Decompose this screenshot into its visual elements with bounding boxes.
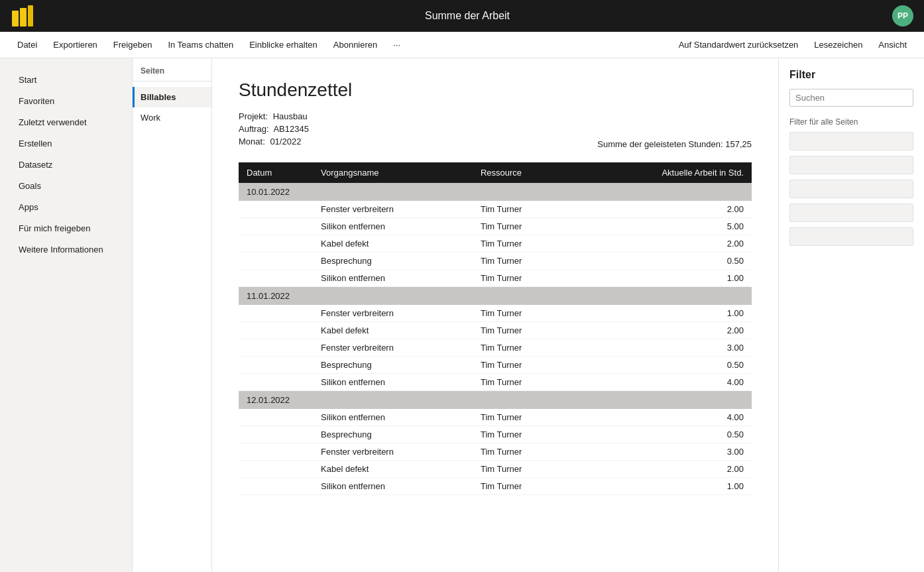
report-meta-block: Projekt: Hausbau Auftrag: AB12345 Monat:… [239, 111, 312, 149]
cell-hours: 2.00 [575, 201, 752, 218]
cell-resource: Tim Turner [473, 339, 575, 357]
cell-datum [239, 478, 313, 495]
menu-exportieren[interactable]: Exportieren [46, 37, 103, 52]
table-row: Silikon entfernenTim Turner4.00 [239, 409, 752, 426]
cell-resource: Tim Turner [473, 305, 575, 322]
menu-ansicht[interactable]: Ansicht [872, 37, 913, 52]
menu-lesezeichen[interactable]: Lesezeichen [807, 37, 869, 52]
cell-task: Fenster verbreitern [313, 305, 473, 322]
cell-hours: 2.00 [575, 322, 752, 339]
filter-slot-3[interactable] [789, 180, 913, 198]
summary-label: Summe der geleisteten Stunden: [597, 139, 722, 149]
cell-datum [239, 426, 313, 443]
cell-task: Silikon entfernen [313, 218, 473, 235]
nav-favoriten[interactable]: Favoriten [5, 91, 127, 111]
table-date-group: 11.01.2022 [239, 287, 752, 306]
cell-task: Kabel defekt [313, 461, 473, 478]
nav-freigeben[interactable]: Für mich freigeben [5, 218, 127, 239]
menu-teams[interactable]: In Teams chatten [161, 37, 240, 52]
table-row: Kabel defektTim Turner2.00 [239, 322, 752, 339]
cell-datum [239, 235, 313, 253]
table-row: BesprechungTim Turner0.50 [239, 426, 752, 443]
cell-hours: 0.50 [575, 426, 752, 443]
cell-task: Fenster verbreitern [313, 201, 473, 218]
cell-resource: Tim Turner [473, 374, 575, 391]
col-ressource: Ressource [473, 162, 575, 183]
cell-hours: 0.50 [575, 253, 752, 270]
nav-goals[interactable]: Goals [5, 176, 127, 196]
table-row: Fenster verbreiternTim Turner3.00 [239, 339, 752, 357]
cell-resource: Tim Turner [473, 201, 575, 218]
cell-hours: 1.00 [575, 478, 752, 495]
cell-task: Besprechung [313, 253, 473, 270]
cell-resource: Tim Turner [473, 357, 575, 374]
cell-resource: Tim Turner [473, 443, 575, 461]
menu-datei[interactable]: Datei [11, 37, 44, 52]
cell-datum [239, 461, 313, 478]
page-billables[interactable]: Billables [133, 87, 211, 107]
cell-datum [239, 374, 313, 391]
nav-apps[interactable]: Apps [5, 197, 127, 217]
table-row: Kabel defektTim Turner2.00 [239, 461, 752, 478]
cell-hours: 3.00 [575, 339, 752, 357]
nav-start[interactable]: Start [5, 70, 127, 90]
nav-datasetz[interactable]: Datasetz [5, 154, 127, 175]
topbar: Summe der Arbeit PP [0, 0, 924, 32]
table-row: BesprechungTim Turner0.50 [239, 357, 752, 374]
user-avatar[interactable]: PP [892, 5, 913, 27]
col-vorgangsname: Vorgangsname [313, 162, 473, 183]
cell-datum [239, 443, 313, 461]
cell-resource: Tim Turner [473, 322, 575, 339]
summary-total: Summe der geleisteten Stunden: 157,25 [597, 139, 752, 149]
cell-resource: Tim Turner [473, 461, 575, 478]
report-title: Stundenzettel [239, 80, 752, 101]
cell-resource: Tim Turner [473, 409, 575, 426]
cell-task: Besprechung [313, 357, 473, 374]
content-area: Stundenzettel Projekt: Hausbau Auftrag: … [212, 58, 778, 572]
menu-freigeben[interactable]: Freigeben [107, 37, 159, 52]
svg-rect-0 [12, 11, 19, 27]
report-auftrag: Auftrag: AB12345 [239, 124, 312, 134]
projekt-label: Projekt: [239, 111, 268, 121]
cell-resource: Tim Turner [473, 235, 575, 253]
table-row: Kabel defektTim Turner2.00 [239, 235, 752, 253]
cell-resource: Tim Turner [473, 426, 575, 443]
menu-more[interactable]: ··· [386, 37, 407, 52]
filter-slot-2[interactable] [789, 156, 913, 174]
page-work[interactable]: Work [133, 107, 211, 128]
nav-erstellen[interactable]: Erstellen [5, 133, 127, 154]
table-row: Silikon entfernenTim Turner5.00 [239, 218, 752, 235]
svg-rect-1 [20, 8, 27, 27]
menu-einblicke[interactable]: Einblicke erhalten [243, 37, 324, 52]
filter-slot-4[interactable] [789, 203, 913, 222]
filter-title: Filter [789, 69, 913, 81]
report-monat: Monat: 01/2022 [239, 137, 312, 146]
col-arbeit: Aktuelle Arbeit in Std. [575, 162, 752, 183]
nav-zuletzt[interactable]: Zuletzt verwendet [5, 112, 127, 133]
menu-reset[interactable]: Auf Standardwert zurücksetzen [672, 37, 805, 52]
cell-task: Besprechung [313, 426, 473, 443]
cell-datum [239, 270, 313, 287]
filter-slot-1[interactable] [789, 132, 913, 150]
filter-search-input[interactable] [789, 89, 913, 107]
menu-abonnieren[interactable]: Abonnieren [327, 37, 384, 52]
table-row: BesprechungTim Turner0.50 [239, 253, 752, 270]
cell-datum [239, 218, 313, 235]
cell-task: Silikon entfernen [313, 374, 473, 391]
cell-datum [239, 339, 313, 357]
left-nav: Start Favoriten Zuletzt verwendet Erstel… [0, 58, 133, 572]
cell-hours: 1.00 [575, 305, 752, 322]
cell-task: Silikon entfernen [313, 270, 473, 287]
table-body: 10.01.2022Fenster verbreiternTim Turner2… [239, 183, 752, 495]
filter-all-pages: Filter für alle Seiten [789, 117, 913, 127]
cell-datum [239, 322, 313, 339]
cell-task: Fenster verbreitern [313, 339, 473, 357]
nav-weitere[interactable]: Weitere Informationen [5, 239, 127, 260]
filter-panel: Filter Filter für alle Seiten [778, 58, 924, 572]
table-row: Fenster verbreiternTim Turner2.00 [239, 201, 752, 218]
cell-resource: Tim Turner [473, 270, 575, 287]
cell-task: Silikon entfernen [313, 409, 473, 426]
menubar: Datei Exportieren Freigeben In Teams cha… [0, 32, 924, 58]
filter-slot-5[interactable] [789, 227, 913, 246]
auftrag-value: AB12345 [273, 124, 309, 134]
